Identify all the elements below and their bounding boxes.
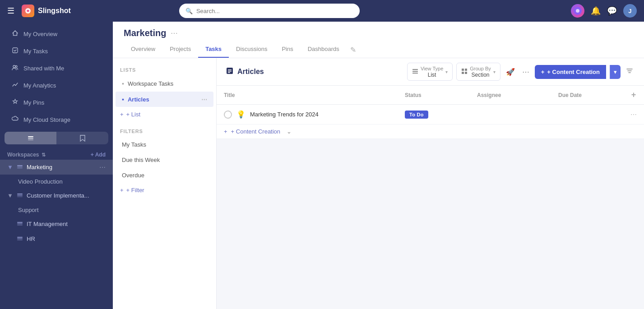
search-bar[interactable]: 🔍 xyxy=(179,4,360,18)
list-item-workspace-tasks[interactable]: ▪ Workspace Tasks ⋯ xyxy=(116,76,213,91)
notifications-icon[interactable]: 🔔 xyxy=(591,6,601,16)
view-type-labels: View Type List xyxy=(421,65,443,78)
workspace-layers-icon-2 xyxy=(17,192,23,199)
task-name[interactable]: Marketing Trends for 2024 xyxy=(250,111,319,118)
pins-icon xyxy=(11,98,19,106)
section-add-cell: + + Content Creation ⌄ xyxy=(217,125,644,139)
filter-icon-button[interactable] xyxy=(624,65,635,78)
add-content-dropdown-button[interactable]: ▾ xyxy=(610,65,621,79)
sidebar-item-my-overview[interactable]: My Overview xyxy=(4,26,109,42)
task-more-button[interactable]: ⋯ xyxy=(630,111,637,118)
svg-rect-7 xyxy=(28,138,33,139)
group-by-button[interactable]: Group By Section ▾ xyxy=(456,63,500,81)
lists-panel: LISTS ▪ Workspace Tasks ⋯ ▪ Articles ⋯ +… xyxy=(113,58,217,309)
task-assignee-cell xyxy=(470,105,551,125)
workspace-item-it-management[interactable]: IT Management ⋯ xyxy=(0,217,113,231)
table-header-row: Title Status Assignee Due Date + xyxy=(217,86,644,105)
sidebar-tab-layers[interactable] xyxy=(5,132,56,144)
task-status-cell: To Do xyxy=(398,105,470,125)
tab-discussions[interactable]: Discussions xyxy=(229,42,274,58)
svg-rect-9 xyxy=(17,165,23,166)
cloud-icon xyxy=(11,115,19,124)
task-toolbar-left: Articles xyxy=(226,67,264,77)
add-filter-button[interactable]: + + Filter xyxy=(113,183,216,197)
col-header-add[interactable]: + xyxy=(623,86,644,105)
table-row: 💡 Marketing Trends for 2024 To Do xyxy=(217,105,644,125)
analytics-icon xyxy=(11,81,19,89)
app-logo: Slingshot xyxy=(22,5,71,17)
svg-rect-12 xyxy=(17,194,23,194)
add-filter-plus-icon: + xyxy=(120,187,124,194)
tab-dashboards[interactable]: Dashboards xyxy=(301,42,347,58)
filter-item-my-tasks[interactable]: My Tasks xyxy=(116,137,213,152)
logo-icon xyxy=(22,5,34,17)
sidebar-item-shared-with-me[interactable]: Shared with Me xyxy=(4,60,109,76)
svg-rect-28 xyxy=(462,69,464,71)
svg-rect-18 xyxy=(17,237,23,238)
list-articles-more-icon[interactable]: ⋯ xyxy=(201,96,207,103)
svg-rect-31 xyxy=(465,72,467,74)
user-avatar-colored[interactable] xyxy=(571,4,584,18)
workspaces-section-header: Workspaces ⇅ + Add xyxy=(0,148,113,160)
tab-tasks[interactable]: Tasks xyxy=(198,42,229,58)
svg-rect-17 xyxy=(17,225,23,226)
svg-rect-16 xyxy=(17,223,23,224)
svg-rect-22 xyxy=(228,69,232,70)
svg-rect-20 xyxy=(17,240,23,240)
user-avatar[interactable]: J xyxy=(623,4,637,18)
workspace-item-customer-impl[interactable]: ▼ Customer Implementa... ⋯ xyxy=(0,188,113,203)
page-title-row: Marketing ⋯ xyxy=(124,28,633,38)
sidebar-sub-item-video-production[interactable]: Video Production ⋯ xyxy=(0,175,113,188)
task-toolbar-right: View Type List ▾ Group By xyxy=(407,63,635,81)
more-options-button[interactable]: ⋯ xyxy=(520,66,531,78)
task-toolbar: Articles View Type List ▾ xyxy=(217,58,644,86)
add-workspace-button[interactable]: + Add xyxy=(91,152,106,158)
edit-tabs-icon[interactable]: ✎ xyxy=(348,42,358,58)
task-checkbox[interactable] xyxy=(224,111,232,119)
task-emoji: 💡 xyxy=(236,110,246,119)
hamburger-icon[interactable]: ☰ xyxy=(7,6,14,16)
svg-rect-26 xyxy=(412,71,418,72)
add-list-button[interactable]: + + List xyxy=(113,107,216,121)
add-section-plus-icon: + xyxy=(224,128,227,135)
svg-rect-13 xyxy=(17,195,23,196)
sub-main-row: LISTS ▪ Workspace Tasks ⋯ ▪ Articles ⋯ +… xyxy=(113,58,644,309)
view-type-chevron-icon: ▾ xyxy=(445,69,448,74)
view-type-button[interactable]: View Type List ▾ xyxy=(407,63,453,81)
overview-icon xyxy=(11,30,19,38)
svg-rect-30 xyxy=(462,72,464,74)
workspace-more-icon[interactable]: ⋯ xyxy=(99,164,106,171)
svg-rect-8 xyxy=(28,139,33,140)
sidebar-item-my-pins[interactable]: My Pins xyxy=(4,94,109,111)
add-section-button[interactable]: + + Content Creation ⌄ xyxy=(224,128,637,135)
sidebar-item-my-analytics[interactable]: My Analytics xyxy=(4,77,109,93)
task-title-cell: 💡 Marketing Trends for 2024 xyxy=(217,105,398,125)
svg-point-5 xyxy=(15,66,17,68)
group-by-chevron-icon: ▾ xyxy=(493,69,496,74)
task-panel: Articles View Type List ▾ xyxy=(217,58,644,309)
list-item-articles[interactable]: ▪ Articles ⋯ xyxy=(116,92,213,107)
search-input[interactable] xyxy=(196,8,353,14)
status-badge[interactable]: To Do xyxy=(405,111,428,119)
filter-item-due-this-week[interactable]: Due this Week xyxy=(116,152,213,167)
sidebar-view-tabs xyxy=(5,132,108,144)
rocket-button[interactable]: 🚀 xyxy=(504,66,517,78)
sidebar-item-my-cloud-storage[interactable]: My Cloud Storage xyxy=(4,111,109,128)
page-title-more-icon[interactable]: ⋯ xyxy=(171,29,178,37)
sidebar-item-my-tasks[interactable]: My Tasks xyxy=(4,43,109,59)
filter-item-overdue[interactable]: Overdue xyxy=(116,168,213,183)
add-content-creation-button[interactable]: + + Content Creation xyxy=(535,65,606,79)
tab-projects[interactable]: Projects xyxy=(162,42,198,58)
tab-pins[interactable]: Pins xyxy=(274,42,300,58)
sidebar-sub-item-support[interactable]: Support ⋯ xyxy=(0,203,113,217)
messages-icon[interactable]: 💬 xyxy=(607,6,617,16)
svg-rect-11 xyxy=(17,168,23,169)
col-header-assignee: Assignee xyxy=(470,86,551,105)
tab-overview[interactable]: Overview xyxy=(124,42,162,58)
sidebar-tab-bookmarks[interactable] xyxy=(56,132,108,144)
section-chevron-icon[interactable]: ⌄ xyxy=(287,128,292,135)
workspace-item-marketing[interactable]: ▼ Marketing ⋯ xyxy=(0,160,113,175)
sort-icon[interactable]: ⇅ xyxy=(42,152,46,158)
workspace-item-hr[interactable]: HR ⋯ xyxy=(0,231,113,246)
add-column-icon[interactable]: + xyxy=(631,90,636,99)
